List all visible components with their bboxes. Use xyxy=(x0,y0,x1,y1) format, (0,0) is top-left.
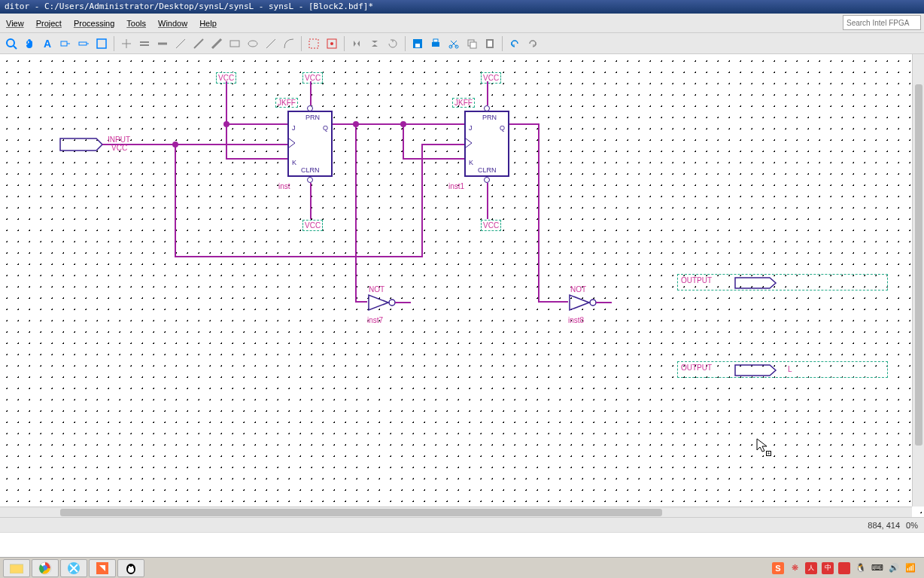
output-label-1: OUTPUT xyxy=(681,276,712,284)
wire[interactable] xyxy=(421,144,464,145)
scrollbar-thumb[interactable] xyxy=(60,509,662,516)
jkff-block-2[interactable]: PRN J Q K CLRN xyxy=(464,111,509,177)
vcc-label-5[interactable]: VCC xyxy=(481,220,501,231)
hand-icon[interactable] xyxy=(21,35,38,52)
tray-app-icon[interactable] xyxy=(838,562,850,574)
input-pin[interactable] xyxy=(59,135,149,154)
wire[interactable] xyxy=(538,123,540,303)
inst-label-4[interactable]: inst8 xyxy=(568,316,584,324)
rubberband-icon[interactable] xyxy=(305,35,322,52)
copy-icon[interactable] xyxy=(464,35,480,52)
menu-help[interactable]: Help xyxy=(199,19,217,28)
flip-h-icon[interactable] xyxy=(348,35,365,52)
tray-network-icon[interactable]: 📶 xyxy=(904,562,916,574)
rect-icon[interactable] xyxy=(226,35,243,52)
redo-icon[interactable] xyxy=(524,35,541,52)
oval-icon[interactable] xyxy=(245,35,261,52)
taskbar-chrome-icon[interactable] xyxy=(32,559,59,577)
undo-icon[interactable] xyxy=(506,35,523,52)
wire[interactable] xyxy=(149,144,287,145)
separator xyxy=(502,36,503,51)
wire[interactable] xyxy=(403,158,464,160)
separator xyxy=(344,36,345,51)
wire[interactable] xyxy=(175,144,176,257)
taskbar-qq-icon[interactable] xyxy=(117,559,144,577)
wire[interactable] xyxy=(538,301,568,303)
arc-icon[interactable] xyxy=(281,35,297,52)
tray-zhong-icon[interactable]: 中 xyxy=(822,562,834,574)
print-icon[interactable] xyxy=(427,35,444,52)
flip-v-icon[interactable] xyxy=(366,35,383,52)
wire[interactable] xyxy=(403,123,404,160)
wire[interactable] xyxy=(310,183,312,219)
taskbar-explorer-icon[interactable] xyxy=(3,559,30,577)
svg-point-44 xyxy=(128,567,134,573)
vcc-label-3[interactable]: VCC xyxy=(481,72,501,84)
vcc-label-2[interactable]: VCC xyxy=(302,72,323,84)
ortho-bus-icon[interactable] xyxy=(136,35,153,52)
gap xyxy=(0,532,924,559)
pin-icon[interactable] xyxy=(75,35,92,52)
symbol-icon[interactable] xyxy=(57,35,74,52)
tray-swirl-icon[interactable]: ❋ xyxy=(789,562,801,574)
status-zoom: 0% xyxy=(906,521,918,530)
wire[interactable] xyxy=(226,123,287,125)
menu-project[interactable]: Project xyxy=(36,19,62,28)
text-icon[interactable]: A xyxy=(39,35,56,52)
inst-label-1[interactable]: inst xyxy=(278,182,290,190)
jkff-label-2[interactable]: JKFF xyxy=(452,98,475,108)
tray-keyboard-icon[interactable]: ⌨ xyxy=(871,562,883,574)
diag-node-icon[interactable] xyxy=(172,35,189,52)
wire[interactable] xyxy=(487,81,488,105)
wire[interactable] xyxy=(226,158,287,160)
menu-processing[interactable]: Processing xyxy=(74,19,114,28)
wire[interactable] xyxy=(226,123,227,160)
wire[interactable] xyxy=(355,123,357,303)
paste-icon[interactable] xyxy=(482,35,498,52)
wire[interactable] xyxy=(226,81,227,125)
jkff-block-1[interactable]: PRN J Q K CLRN xyxy=(287,111,333,177)
scrollbar-thumb[interactable] xyxy=(915,84,922,446)
zoom-icon[interactable] xyxy=(3,35,20,52)
menu-view[interactable]: View xyxy=(6,19,24,28)
not-gate-2[interactable] xyxy=(568,294,613,312)
output-pin-1[interactable]: OUTPUT xyxy=(677,274,888,291)
svg-rect-24 xyxy=(433,39,438,42)
tray-speaker-icon[interactable]: 🔊 xyxy=(888,562,900,574)
svg-line-12 xyxy=(176,39,185,48)
vcc-label-4[interactable]: VCC xyxy=(302,220,323,231)
wire[interactable] xyxy=(487,183,488,219)
tray-pdf-icon[interactable]: 人 xyxy=(805,562,817,574)
diag-conduit-icon[interactable] xyxy=(208,35,225,52)
tray-sogou-icon[interactable]: S xyxy=(772,562,784,574)
wire-node xyxy=(400,121,406,127)
schematic-canvas[interactable]: VCC VCC VCC JKFF JKFF PRN J Q K CLRN ins… xyxy=(0,54,924,517)
wire[interactable] xyxy=(421,144,423,257)
block-icon[interactable] xyxy=(93,35,110,52)
wire[interactable] xyxy=(310,81,312,105)
not-gate-1[interactable] xyxy=(367,294,412,312)
wire[interactable] xyxy=(355,301,367,303)
diag-bus-icon[interactable] xyxy=(190,35,207,52)
search-input[interactable] xyxy=(843,15,921,30)
line-icon[interactable] xyxy=(263,35,279,52)
menu-tools[interactable]: Tools xyxy=(126,19,146,28)
cut-icon[interactable] xyxy=(445,35,462,52)
partial-select-icon[interactable] xyxy=(324,35,340,52)
vertical-scrollbar[interactable] xyxy=(912,54,924,507)
taskbar-app1-icon[interactable] xyxy=(60,559,87,577)
inst-label-2[interactable]: inst1 xyxy=(448,182,464,190)
save-icon[interactable] xyxy=(409,35,426,52)
taskbar-app2-icon[interactable] xyxy=(89,559,116,577)
horizontal-scrollbar[interactable] xyxy=(0,507,912,517)
ortho-node-icon[interactable] xyxy=(118,35,135,52)
jkff-label-1[interactable]: JKFF xyxy=(275,98,298,108)
output-pin-2[interactable]: OUTPUT L xyxy=(677,361,888,378)
wire[interactable] xyxy=(175,256,423,257)
tray-qq-icon[interactable]: 🐧 xyxy=(855,562,867,574)
wire[interactable] xyxy=(509,123,540,125)
ortho-conduit-icon[interactable] xyxy=(154,35,171,52)
inst-label-3[interactable]: inst7 xyxy=(367,316,383,324)
rotate-icon[interactable] xyxy=(384,35,401,52)
menu-window[interactable]: Window xyxy=(158,19,187,28)
